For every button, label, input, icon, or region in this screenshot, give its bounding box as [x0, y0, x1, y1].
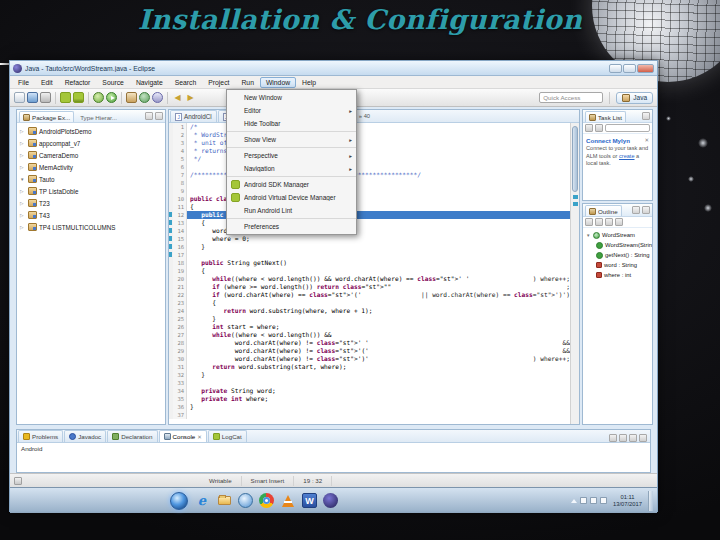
code-line[interactable]: 35 private int where;	[169, 395, 570, 403]
maximize-button[interactable]	[623, 64, 636, 73]
menu-item[interactable]: Run	[235, 77, 259, 88]
internet-explorer-icon[interactable]: e	[194, 493, 210, 509]
window-menu-item[interactable]: Show View	[227, 133, 356, 148]
project-tree-item[interactable]: appcompat_v7	[17, 137, 165, 149]
console-tab[interactable]: Javadoc	[64, 430, 106, 442]
close-button[interactable]	[637, 64, 654, 73]
hide-static-icon[interactable]	[595, 218, 603, 226]
code-line[interactable]: 17	[169, 251, 570, 259]
window-menu-item[interactable]: Hide Toolbar	[227, 117, 356, 132]
window-menu-item[interactable]: Perspective	[227, 149, 356, 162]
window-titlebar[interactable]: Java - Tauto/src/WordStream.java - Eclip…	[10, 61, 657, 76]
tab-close-icon[interactable]	[197, 434, 202, 440]
pin-console-icon[interactable]	[629, 434, 637, 442]
tray-icon[interactable]	[580, 497, 587, 504]
window-menu-item[interactable]: Editor	[227, 104, 356, 117]
tab-outline[interactable]: Outline	[585, 205, 622, 217]
collapse-all-icon[interactable]	[145, 112, 153, 120]
tab-package-explorer[interactable]: Package Ex...	[19, 111, 74, 123]
dismiss-icon[interactable]	[644, 137, 649, 144]
link-editor-icon[interactable]	[615, 218, 623, 226]
tray-icon[interactable]	[590, 497, 597, 504]
outline-item[interactable]: where : int	[583, 270, 652, 280]
expand-arrow-icon[interactable]	[20, 201, 26, 206]
project-tree-item[interactable]: T23	[17, 197, 165, 209]
explorer-icon[interactable]	[216, 493, 232, 509]
project-tree-item[interactable]: T43	[17, 209, 165, 221]
print-icon[interactable]	[40, 92, 51, 103]
menu-item[interactable]: Edit	[35, 77, 59, 88]
project-tree-item[interactable]: Tauto	[17, 173, 165, 185]
minimize-button[interactable]	[609, 64, 622, 73]
eclipse-taskbar-icon[interactable]	[323, 493, 338, 508]
expand-arrow-icon[interactable]	[20, 153, 26, 158]
code-line[interactable]: 25 }	[169, 315, 570, 323]
outline-item[interactable]: WordStream(String)	[583, 240, 652, 250]
code-line[interactable]: 34 private String word;	[169, 387, 570, 395]
search-icon[interactable]	[152, 92, 163, 103]
window-menu-item[interactable]: Android Virtual Device Manager	[227, 191, 356, 204]
code-line[interactable]: 27 while((where < word.length()) &&	[169, 331, 570, 339]
project-tree-item[interactable]: AndroidPlotsDemo	[17, 125, 165, 137]
menu-item[interactable]: Refactor	[59, 77, 97, 88]
code-line[interactable]: 15 where = 0;	[169, 235, 570, 243]
new-task-icon[interactable]	[585, 124, 593, 132]
scroll-lock-icon[interactable]	[619, 434, 627, 442]
code-line[interactable]: 36}	[169, 403, 570, 411]
window-menu-item[interactable]: Preferences	[227, 220, 356, 233]
expand-arrow-icon[interactable]	[20, 225, 26, 230]
code-line[interactable]: 24 return word.substring(where, where + …	[169, 307, 570, 315]
scrollbar-thumb[interactable]	[572, 126, 578, 192]
expand-arrow-icon[interactable]	[20, 213, 26, 218]
window-menu-item[interactable]: Android SDK Manager	[227, 178, 356, 191]
code-line[interactable]: 21 if (where >= word.length()) return cl…	[169, 283, 570, 291]
code-line[interactable]: 30 word.charAt(where) != class="st">')')…	[169, 355, 570, 363]
avd-manager-icon[interactable]	[73, 92, 84, 103]
expand-arrow-icon[interactable]	[20, 165, 26, 170]
menu-item[interactable]: Help	[296, 77, 322, 88]
code-line[interactable]: 23 {	[169, 299, 570, 307]
outline-item[interactable]: getNext() : String	[583, 250, 652, 260]
code-line[interactable]: 18 public String getNext()	[169, 259, 570, 267]
code-line[interactable]: 33	[169, 379, 570, 387]
word-icon[interactable]: W	[302, 493, 317, 508]
console-menu-icon[interactable]	[639, 434, 647, 442]
console-tab[interactable]: Declaration	[107, 430, 157, 442]
window-menu-item[interactable]: Navigation	[227, 162, 356, 177]
code-line[interactable]: 16 }	[169, 243, 570, 251]
expand-arrow-icon[interactable]	[20, 177, 26, 182]
taskbar-clock[interactable]: 01:11 13/07/2017	[613, 494, 642, 508]
code-line[interactable]: 22 if (word.charAt(where) == class="st">…	[169, 291, 570, 299]
expand-arrow-icon[interactable]	[20, 141, 26, 146]
categorize-icon[interactable]	[595, 124, 603, 132]
save-icon[interactable]	[27, 92, 38, 103]
new-package-icon[interactable]	[126, 92, 137, 103]
run-icon[interactable]	[106, 92, 117, 103]
menu-item[interactable]: Project	[202, 77, 235, 88]
window-menu-item[interactable]: New Window	[227, 91, 356, 104]
media-player-icon[interactable]	[238, 493, 253, 508]
window-menu-item[interactable]: Run Android Lint	[227, 204, 356, 219]
editor-scrollbar[interactable]	[570, 123, 579, 424]
java-perspective-button[interactable]: Java	[616, 92, 653, 104]
clear-console-icon[interactable]	[609, 434, 617, 442]
expand-arrow-icon[interactable]	[586, 233, 591, 238]
hide-fields-icon[interactable]	[642, 206, 650, 214]
menu-item[interactable]: Navigate	[130, 77, 169, 88]
code-line[interactable]: 31 return word.substring(start, where);	[169, 363, 570, 371]
expand-arrow-icon[interactable]	[20, 129, 26, 134]
menu-item[interactable]: Search	[169, 77, 203, 88]
code-line[interactable]: 37	[169, 411, 570, 419]
chrome-icon[interactable]	[259, 493, 274, 508]
code-line[interactable]: 26 int start = where;	[169, 323, 570, 331]
code-line[interactable]: 20 while((where < word.length()) && word…	[169, 275, 570, 283]
project-tree-item[interactable]: CameraDemo	[17, 149, 165, 161]
code-line[interactable]: 28 word.charAt(where) != class="st">' ' …	[169, 339, 570, 347]
outline-item[interactable]: word : String	[583, 260, 652, 270]
create-task-link[interactable]: create	[619, 153, 635, 159]
project-tree-item[interactable]: TP ListaDoble	[17, 185, 165, 197]
quick-access-input[interactable]: Quick Access	[539, 92, 603, 103]
forward-icon[interactable]	[185, 92, 196, 103]
back-icon[interactable]	[172, 92, 183, 103]
menu-item[interactable]: Window	[260, 77, 296, 88]
